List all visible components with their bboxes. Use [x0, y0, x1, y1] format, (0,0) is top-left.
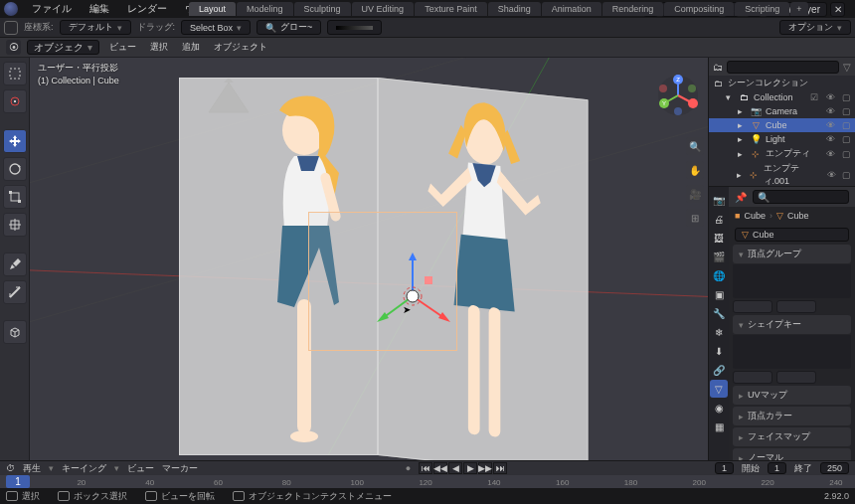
start-frame-field[interactable]: 1 [768, 462, 786, 474]
snap-toggle-icon[interactable] [4, 21, 18, 35]
tl-type-icon[interactable]: ⏱ [6, 463, 15, 473]
right-column: 🗂 ▽ 🗀シーンコレクション ▾🗀Collection ☑👁▢ ▸📷Camera… [708, 58, 855, 470]
sk-remove-button[interactable] [776, 371, 816, 384]
tl-menu-keying[interactable]: キーイング [62, 462, 106, 475]
outliner-search-input[interactable] [727, 61, 839, 74]
menu-file[interactable]: ファイル [24, 0, 80, 18]
mode-dropdown[interactable]: オブジェク ▾ [27, 40, 99, 55]
panel-vc-header[interactable]: ▸頂点カラー [733, 407, 851, 425]
play-rev-icon[interactable]: ◀ [448, 462, 462, 474]
panel-vg-header[interactable]: ▾頂点グループ [733, 245, 851, 263]
outliner-row-light[interactable]: ▸💡Light 👁▢ [709, 132, 855, 146]
drag-dropdown[interactable]: Select Box ▾ [181, 20, 251, 35]
outliner-row-empty1[interactable]: ▸⊹エンプティ 👁▢ [709, 146, 855, 161]
jump-end-icon[interactable]: ⏭ [493, 462, 507, 474]
outliner-type-icon[interactable]: 🗂 [713, 62, 723, 73]
tab-add-icon[interactable]: + [790, 2, 807, 16]
svg-rect-4 [11, 193, 19, 201]
panel-fm-header[interactable]: ▸フェイスマップ [733, 427, 851, 446]
ptab-modifier-icon[interactable]: 🔧 [710, 304, 728, 322]
tab-texpaint[interactable]: Texture Paint [415, 2, 487, 16]
ptab-object-icon[interactable]: ▣ [710, 285, 728, 303]
tool-scale[interactable] [3, 185, 27, 209]
tl-menu-view[interactable]: ビュー [127, 462, 154, 475]
outliner-row-collection-root[interactable]: 🗀シーンコレクション [709, 76, 855, 90]
ptab-particles-icon[interactable]: ❄ [710, 323, 728, 341]
ptab-constraints-icon[interactable]: 🔗 [710, 361, 728, 379]
nav-gizmo[interactable]: Z Y [656, 74, 700, 117]
panel-sk-header[interactable]: ▾シェイプキー [733, 315, 851, 334]
tool-add-cube[interactable] [3, 320, 27, 344]
ptab-scene-icon[interactable]: 🎬 [710, 248, 728, 265]
end-frame-field[interactable]: 250 [820, 462, 849, 474]
jump-start-icon[interactable]: ⏮ [419, 462, 432, 474]
tool-annotate[interactable] [3, 252, 27, 276]
menu-edit[interactable]: 編集 [82, 0, 117, 18]
layer-new-icon[interactable]: ✕ [830, 2, 845, 17]
outliner-row-empty2[interactable]: ▸⊹エンプティ.001 👁▢ [709, 161, 855, 187]
tool-transform[interactable] [3, 213, 27, 237]
tool-rotate[interactable] [3, 157, 27, 181]
tool-select-box[interactable] [3, 62, 27, 85]
orient-dropdown[interactable]: デフォルト ▾ [60, 20, 131, 35]
props-pin-icon[interactable]: 📌 [735, 192, 747, 203]
tab-sculpting[interactable]: Sculpting [294, 2, 351, 16]
vp-menu-object[interactable]: オブジェクト [210, 41, 271, 54]
ptab-output-icon[interactable]: 🖨 [710, 210, 728, 228]
outliner-row-cube[interactable]: ▸▽Cube 👁▢ [709, 118, 855, 132]
viewport-3d[interactable]: ユーザー・平行投影 (1) Collection | Cube [30, 58, 708, 470]
ptab-data-mesh-icon[interactable]: ▽ [710, 380, 728, 398]
tab-uvediting[interactable]: UV Editing [352, 2, 415, 16]
sk-add-button[interactable] [733, 371, 772, 384]
ptab-texture-icon[interactable]: ▦ [710, 418, 728, 435]
vg-add-button[interactable] [733, 300, 772, 313]
camera-view-icon[interactable]: 🎥 [686, 185, 704, 203]
ptab-material-icon[interactable]: ◉ [710, 399, 728, 417]
ptab-physics-icon[interactable]: ⬇ [710, 342, 728, 360]
outliner-row-camera[interactable]: ▸📷Camera 👁▢ [709, 104, 855, 118]
options-dropdown[interactable]: オプション ▾ [779, 20, 851, 35]
menu-render[interactable]: レンダー [119, 0, 175, 18]
props-search-input[interactable]: 🔍 [753, 190, 849, 204]
zoom-icon[interactable]: 🔍 [686, 137, 704, 155]
pan-icon[interactable]: ✋ [686, 161, 704, 179]
tab-shading[interactable]: Shading [488, 2, 541, 16]
svg-text:Z: Z [676, 77, 680, 83]
vp-menu-add[interactable]: 追加 [178, 41, 204, 54]
panel-uv-header[interactable]: ▸UVマップ [733, 386, 851, 405]
tool-cursor[interactable] [3, 89, 27, 113]
tab-rendering[interactable]: Rendering [602, 2, 664, 16]
ptab-render-icon[interactable]: 📷 [710, 191, 728, 209]
tab-modeling[interactable]: Modeling [237, 2, 293, 16]
tab-compositing[interactable]: Compositing [664, 2, 734, 16]
vp-menu-select[interactable]: 選択 [146, 41, 172, 54]
tab-layout[interactable]: Layout [189, 2, 236, 16]
tool-measure[interactable] [3, 280, 27, 304]
ptab-viewlayer-icon[interactable]: 🖼 [710, 229, 728, 247]
timeline-track[interactable]: 1 20 40 60 80 100 120 140 160 180 200 22… [0, 475, 855, 488]
tl-menu-marker[interactable]: マーカー [162, 462, 198, 475]
vg-remove-button[interactable] [776, 300, 816, 313]
timeline-playhead[interactable]: 1 [6, 475, 30, 488]
tab-scripting[interactable]: Scripting [735, 2, 789, 16]
vp-menu-view[interactable]: ビュー [105, 41, 140, 54]
mesh-data-name-field[interactable]: ▽Cube [735, 228, 849, 242]
tab-animation[interactable]: Animation [542, 2, 601, 16]
app-logo-icon[interactable] [4, 2, 18, 16]
tl-menu-play[interactable]: 再生 [23, 462, 41, 475]
current-frame-field[interactable]: 1 [715, 462, 734, 474]
next-key-icon[interactable]: ▶▶ [478, 462, 492, 474]
prev-key-icon[interactable]: ◀◀ [433, 462, 447, 474]
autokey-icon[interactable]: ● [406, 463, 411, 473]
outliner-filter-icon[interactable]: ▽ [843, 62, 851, 73]
persp-ortho-icon[interactable]: ⊞ [686, 209, 704, 227]
svg-point-41 [674, 107, 682, 115]
outliner-row-collection[interactable]: ▾🗀Collection ☑👁▢ [709, 90, 855, 104]
glow-dropdown[interactable]: 🔍 グロー~ [256, 20, 321, 35]
play-fwd-icon[interactable]: ▶ [463, 462, 477, 474]
move-gizmo[interactable] [368, 252, 457, 341]
ptab-world-icon[interactable]: 🌐 [710, 266, 728, 284]
tool-move[interactable] [3, 129, 27, 153]
glow-slider[interactable] [327, 20, 382, 35]
editor-type-icon[interactable]: ⦿ [6, 40, 21, 55]
